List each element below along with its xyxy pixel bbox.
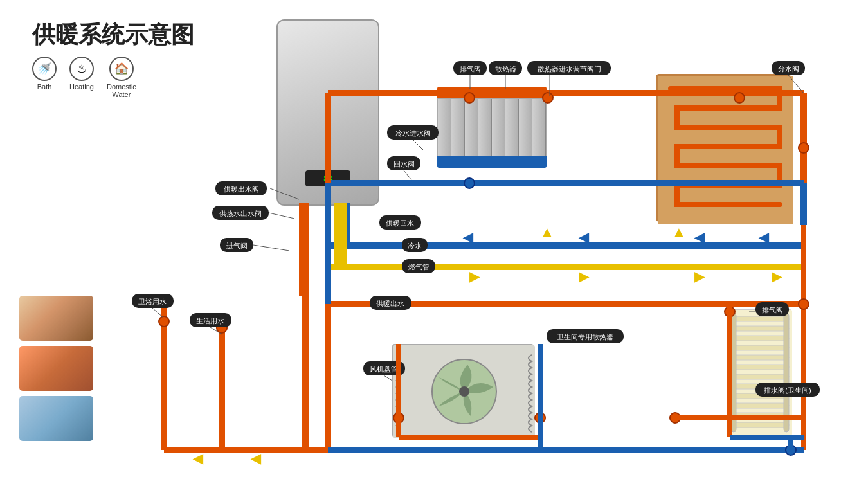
main-container: 供暖系统示意图 🚿 Bath ♨ Heating 🏠 DomesticWater… <box>0 0 868 477</box>
floor-heating-pipes-svg <box>658 76 793 224</box>
svg-rect-111 <box>547 329 624 343</box>
photos-column <box>19 296 93 441</box>
svg-point-66 <box>535 413 545 423</box>
svg-text:▶: ▶ <box>694 269 705 284</box>
svg-text:▶: ▶ <box>772 269 782 284</box>
svg-rect-8 <box>731 345 789 350</box>
svg-rect-88 <box>215 181 267 195</box>
svg-text:排气阀: 排气阀 <box>460 65 481 73</box>
domestic-water-label: DomesticWater <box>107 83 136 98</box>
svg-rect-15 <box>731 413 789 418</box>
bathroom-radiator <box>727 309 791 434</box>
svg-rect-79 <box>772 61 805 75</box>
radiator-fin <box>505 99 519 156</box>
svg-rect-16 <box>731 422 789 428</box>
svg-rect-105 <box>132 294 174 308</box>
svg-rect-99 <box>402 238 428 252</box>
svg-point-64 <box>217 323 227 333</box>
svg-rect-17 <box>731 313 736 432</box>
svg-point-59 <box>464 178 475 188</box>
svg-point-67 <box>670 413 680 423</box>
boiler-display: 88 <box>305 170 350 186</box>
svg-point-69 <box>786 445 796 455</box>
svg-rect-76 <box>527 61 611 75</box>
heating-icon: ♨ <box>69 57 94 81</box>
svg-point-61 <box>799 143 809 153</box>
svg-rect-70 <box>453 61 487 75</box>
radiator-fin <box>492 99 505 156</box>
svg-rect-13 <box>731 393 789 399</box>
domestic-water-icon: 🏠 <box>109 57 134 81</box>
svg-text:◀: ◀ <box>578 230 590 244</box>
svg-text:冷水进水阀: 冷水进水阀 <box>395 129 431 137</box>
icons-row: 🚿 Bath ♨ Heating 🏠 DomesticWater <box>32 57 136 98</box>
svg-rect-94 <box>220 238 253 252</box>
svg-text:回水阀: 回水阀 <box>393 160 415 168</box>
bath-label: Bath <box>37 83 52 91</box>
bath-icon-item: 🚿 Bath <box>32 57 57 91</box>
svg-text:进气阀: 进气阀 <box>226 242 248 249</box>
svg-text:生活用水: 生活用水 <box>196 317 224 325</box>
svg-text:▶: ▶ <box>579 269 590 284</box>
svg-rect-108 <box>190 313 231 327</box>
svg-line-87 <box>404 170 411 180</box>
svg-text:供暖出水: 供暖出水 <box>376 300 404 307</box>
svg-rect-6 <box>731 326 789 331</box>
svg-rect-82 <box>387 125 439 140</box>
kitchen-photo <box>19 346 93 391</box>
svg-text:◀: ◀ <box>462 230 474 244</box>
svg-text:◀: ◀ <box>758 230 770 244</box>
radiator-fin <box>478 99 492 156</box>
radiator-top-pipe <box>437 87 547 98</box>
bath-radiator-svg <box>728 310 792 435</box>
svg-rect-101 <box>402 259 435 273</box>
svg-rect-12 <box>731 384 789 389</box>
svg-text:冷水: 冷水 <box>408 242 422 249</box>
svg-rect-73 <box>489 61 522 75</box>
page-title: 供暖系统示意图 <box>32 19 194 51</box>
svg-rect-7 <box>731 336 789 341</box>
svg-text:供热水出水阀: 供热水出水阀 <box>219 210 262 217</box>
svg-line-93 <box>269 213 294 219</box>
fan-coil-unit <box>392 344 534 437</box>
svg-point-63 <box>159 316 169 327</box>
radiator-fin <box>451 99 465 156</box>
svg-point-62 <box>799 299 809 309</box>
radiator-fin <box>438 99 451 156</box>
svg-rect-97 <box>379 215 421 230</box>
radiator-fin <box>519 99 532 156</box>
svg-text:卫浴用水: 卫浴用水 <box>138 298 167 305</box>
svg-text:◀: ◀ <box>192 451 204 465</box>
svg-line-115 <box>384 375 392 381</box>
bath-photo <box>19 296 93 341</box>
svg-rect-10 <box>731 364 789 370</box>
tap-photo <box>19 396 93 441</box>
svg-line-110 <box>210 327 222 334</box>
svg-rect-5 <box>731 316 789 321</box>
floor-heating <box>656 74 791 222</box>
domestic-water-icon-item: 🏠 DomesticWater <box>107 57 136 98</box>
boiler-unit: 88 <box>276 19 379 206</box>
svg-text:▶: ▶ <box>469 269 480 284</box>
radiator-bottom-pipe <box>437 156 547 168</box>
svg-rect-91 <box>212 206 269 220</box>
svg-text:散热器: 散热器 <box>495 65 516 73</box>
svg-rect-11 <box>731 374 789 379</box>
svg-text:散热器进水调节阀门: 散热器进水调节阀门 <box>538 65 601 73</box>
svg-rect-18 <box>784 313 789 432</box>
svg-text:▲: ▲ <box>672 224 686 240</box>
svg-text:燃气管: 燃气管 <box>408 263 429 271</box>
svg-line-84 <box>413 140 424 151</box>
radiator-body <box>437 98 547 156</box>
radiator-fin <box>465 99 478 156</box>
fan-coil-svg <box>393 345 535 438</box>
svg-text:卫生间专用散热器: 卫生间专用散热器 <box>557 333 613 341</box>
svg-rect-85 <box>387 156 420 170</box>
heating-icon-item: ♨ Heating <box>69 57 94 91</box>
top-radiator <box>437 87 547 170</box>
svg-rect-14 <box>731 403 789 408</box>
svg-rect-103 <box>370 296 411 310</box>
svg-text:供暖出水阀: 供暖出水阀 <box>224 185 259 193</box>
radiator-fin <box>532 99 546 156</box>
svg-line-107 <box>152 308 164 318</box>
